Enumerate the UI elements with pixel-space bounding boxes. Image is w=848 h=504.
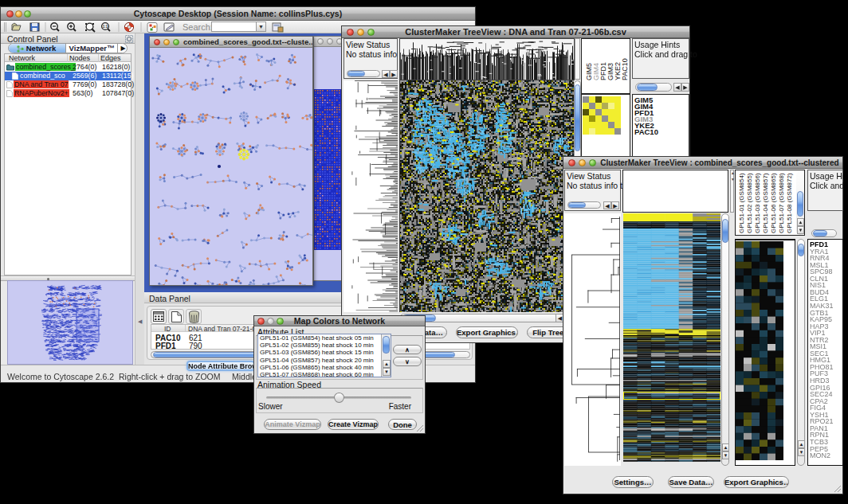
svg-text:1:1: 1:1	[103, 25, 108, 29]
